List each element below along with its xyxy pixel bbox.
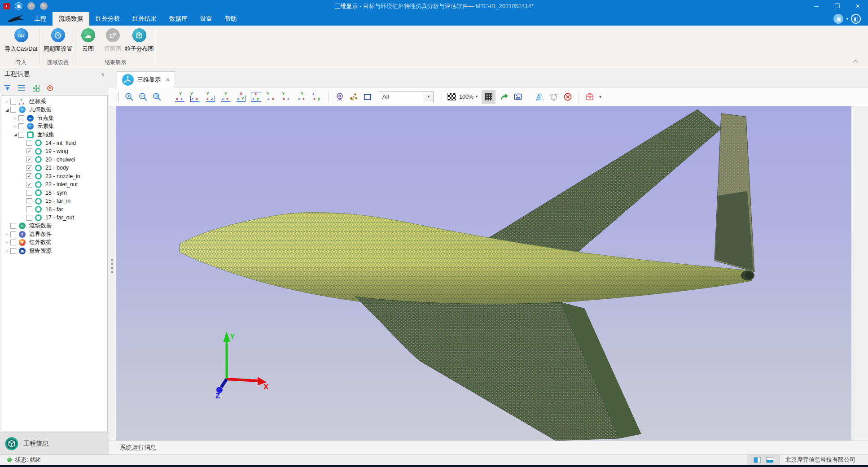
tree-expander-icon[interactable]: ▷ — [4, 232, 10, 236]
tree-expander-icon[interactable]: ▷ — [4, 100, 10, 104]
panel-collapse-icon[interactable]: ‹ — [101, 71, 104, 77]
layout-toggle-left-icon[interactable] — [754, 457, 761, 463]
splitter-handle[interactable] — [111, 258, 113, 273]
chevron-down-icon[interactable]: ▾ — [846, 17, 848, 21]
tree-checkbox[interactable] — [18, 123, 24, 129]
tree-checkbox[interactable]: ✓ — [26, 148, 32, 154]
delete-icon[interactable] — [562, 92, 573, 102]
zoom-fit-icon[interactable] — [152, 92, 162, 102]
view-iso-ne-icon[interactable]: Yzx — [265, 92, 277, 102]
tree-checkbox[interactable] — [26, 198, 32, 204]
view-back-icon[interactable]: Yzx — [219, 92, 232, 102]
tree-expander-icon[interactable]: ▷ — [12, 124, 18, 128]
tree-item[interactable]: 流场数据 — [1, 222, 107, 231]
menu-item[interactable]: 数据库 — [163, 12, 194, 26]
tree-item[interactable]: 17 - far_out — [1, 214, 107, 222]
locate-icon[interactable] — [47, 85, 53, 91]
particles-icon[interactable] — [348, 92, 359, 102]
quick-style-icon[interactable]: ▣ — [833, 14, 843, 24]
save-box-icon[interactable] — [584, 92, 595, 102]
tree-expander-icon[interactable]: ▷ — [12, 116, 18, 120]
layout-toggle-bottom-icon[interactable] — [766, 457, 773, 463]
tree-checkbox[interactable]: ✓ — [26, 157, 32, 162]
import-cas-dat-button[interactable]: cas 导入Cas/Dat — [4, 27, 39, 53]
menu-item[interactable]: 流场数据 — [53, 12, 89, 26]
tree-checkbox[interactable]: ✓ — [26, 165, 32, 171]
tree-checkbox[interactable] — [26, 140, 32, 146]
tree-checkbox[interactable] — [18, 115, 24, 121]
tree-item[interactable]: 15 - far_in — [1, 197, 107, 205]
save-icon[interactable]: ▣ — [15, 2, 22, 10]
tree-checkbox[interactable]: ✓ — [26, 173, 32, 179]
tree-checkbox[interactable] — [26, 215, 32, 221]
tree-item[interactable]: ✓23 - nozzle_in — [1, 172, 107, 181]
tree-item[interactable]: ✓20 - chuiwei — [1, 156, 107, 164]
filter-icon[interactable]: ▼ — [4, 85, 10, 91]
snapshot-icon[interactable] — [513, 92, 523, 102]
tree-item[interactable]: ✓22 - inlet_out — [1, 180, 107, 189]
redo-icon[interactable]: ↻ — [40, 2, 48, 10]
tree-expander-icon[interactable]: ▷ — [4, 240, 10, 244]
tree-checkbox[interactable] — [10, 99, 16, 105]
tree-item[interactable]: ◢几何数据 — [1, 106, 107, 114]
tree-item[interactable]: ▷节点集 — [1, 114, 107, 122]
point-cloud-icon[interactable] — [548, 92, 559, 102]
menu-item[interactable]: 设置 — [194, 12, 219, 26]
tree-item[interactable]: 18 - sym — [1, 189, 107, 197]
tree-expander-icon[interactable]: ▷ — [4, 249, 10, 253]
chevron-down-icon[interactable]: ▼ — [424, 92, 433, 102]
contour-plot-button[interactable]: ☁ 云图 — [76, 27, 100, 53]
tree-item[interactable]: ▷报告资源 — [1, 247, 107, 255]
tree-item[interactable]: ▷边界条件 — [1, 230, 107, 239]
pattern-icon[interactable] — [447, 93, 456, 100]
tree-checkbox[interactable]: ✓ — [26, 182, 32, 188]
collapse-list-icon[interactable] — [18, 85, 25, 91]
tab-3d-view[interactable]: 三维显示 ✕ — [117, 71, 175, 87]
view-front-icon[interactable]: Yxz — [204, 92, 216, 102]
tree-item[interactable]: ▷Yzx坐标系 — [1, 97, 107, 106]
toolbar-drag-handle[interactable] — [117, 92, 119, 102]
minimize-button[interactable]: ─ — [806, 0, 827, 12]
select-box-icon[interactable] — [362, 92, 373, 102]
display-filter-select[interactable]: All ▼ — [379, 92, 434, 102]
tree-item[interactable]: ✓19 - wing — [1, 147, 107, 156]
menu-item[interactable]: 帮助 — [219, 12, 243, 26]
tree-checkbox[interactable] — [10, 240, 16, 245]
tree-item[interactable]: ◢面域集 — [1, 131, 107, 139]
view-left-icon[interactable]: XzY — [235, 92, 247, 102]
particle-plot-button[interactable]: 粒子分布图 — [124, 27, 154, 53]
tab-close-icon[interactable]: ✕ — [166, 77, 170, 83]
tree-checkbox[interactable] — [18, 132, 24, 138]
pixel-grid-button[interactable] — [482, 90, 495, 104]
tree-expander-icon[interactable]: ◢ — [4, 108, 10, 112]
tree-item[interactable]: 14 - int_fluid — [1, 139, 107, 148]
periodic-face-button[interactable]: 周期面设置 — [42, 27, 74, 53]
ribbon-collapse-icon[interactable] — [853, 60, 858, 63]
tree-checkbox[interactable] — [26, 206, 32, 212]
grid-view-icon[interactable] — [33, 85, 39, 92]
undo-icon[interactable]: ↶ — [27, 2, 35, 10]
theme-toggle-icon[interactable]: ◧ — [851, 14, 861, 24]
tree-checkbox[interactable] — [26, 190, 32, 196]
view-iso-nw-icon[interactable]: Yxz — [281, 92, 293, 102]
view-bottom-icon[interactable]: Yxz — [174, 92, 186, 102]
view-iso-sw-icon[interactable]: zxy — [311, 92, 323, 102]
tree-checkbox[interactable] — [10, 223, 16, 229]
menu-item[interactable]: 工程 — [28, 12, 53, 26]
tree-expander-icon[interactable]: ◢ — [12, 132, 18, 137]
view-iso-se-icon[interactable]: Yzx — [296, 92, 308, 102]
viewport-3d[interactable]: Y X Z — [116, 106, 851, 441]
close-button[interactable]: ✕ — [847, 0, 868, 12]
maximize-button[interactable]: ❐ — [827, 0, 847, 12]
zoom-level-button[interactable]: 100%▼ — [459, 94, 478, 100]
zoom-in-icon[interactable] — [124, 92, 135, 102]
zoom-out-icon[interactable] — [138, 92, 149, 102]
menu-item[interactable]: 红外结果 — [126, 12, 163, 26]
export-arrow-icon[interactable] — [499, 92, 509, 102]
tree-item[interactable]: 16 - far — [1, 205, 107, 214]
mirror-icon[interactable] — [535, 92, 545, 102]
tree-checkbox[interactable] — [10, 231, 16, 237]
tree-checkbox[interactable] — [10, 107, 16, 113]
view-right-icon[interactable]: xzy — [250, 92, 262, 102]
tree-item[interactable]: ✓21 - body — [1, 164, 107, 172]
